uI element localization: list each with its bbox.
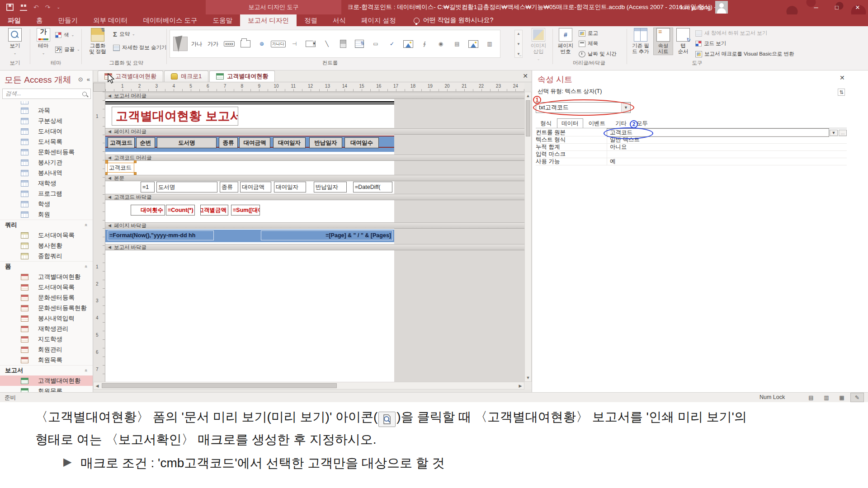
detail-field-대여금액[interactable]: 대여금액 [240, 182, 271, 192]
nav-group-header-보고서[interactable]: 보고서« [0, 365, 93, 375]
column-header-대여일자[interactable]: 대여일자 [273, 137, 306, 148]
column-header-순번[interactable]: 순번 [136, 137, 155, 148]
move-handle[interactable] [105, 160, 108, 164]
control-option-button-icon[interactable]: ◉ [434, 37, 448, 51]
control-combo-box-icon[interactable] [304, 37, 317, 51]
property-row-컨트롤 원본[interactable]: 컨트롤 원본고객코드▼… [536, 129, 847, 136]
scroll-thumb[interactable] [102, 383, 337, 388]
ribbon-tab-만들기[interactable]: 만들기 [51, 14, 86, 26]
scroll-up-icon[interactable]: ▲ [525, 92, 531, 99]
property-value[interactable]: 아니요 [607, 143, 847, 151]
nav-item-고객별대여현황[interactable]: 고객별대여현황 [0, 272, 93, 282]
column-header-종류[interactable]: 종류 [219, 137, 238, 148]
nav-item-회원목록[interactable]: 회원목록 [0, 386, 93, 392]
nav-item-도서대여목록[interactable]: 도서대여목록 [0, 282, 93, 292]
gallery-more-icon[interactable]: ▼̲ [517, 52, 520, 56]
control-page-break-icon[interactable]: ⊣ [288, 37, 301, 51]
control-line-icon[interactable]: ╲ [320, 37, 334, 51]
control-tab-control-icon[interactable] [239, 37, 252, 51]
horizontal-scrollbar[interactable]: ◀ ▶ [93, 382, 524, 389]
resize-handle[interactable] [134, 172, 137, 175]
control-image-icon[interactable] [401, 37, 415, 51]
control-option-group-icon[interactable]: 가나다 [271, 37, 285, 51]
nav-item-문화센터등록현황[interactable]: 문화센터등록현황 [0, 303, 93, 313]
detail-field-=DateDiff([interactable]: =DateDiff( [353, 182, 392, 192]
property-sheet-button[interactable]: 속성 시트 [654, 28, 673, 55]
resize-handle[interactable] [134, 160, 137, 163]
nav-item-재학생관리[interactable]: 재학생관리 [0, 324, 93, 334]
sort-properties-icon[interactable]: ⇅ [838, 89, 845, 96]
ribbon-tab-보고서 디자인[interactable]: 보고서 디자인 [240, 14, 297, 26]
document-tab-매크로1[interactable]: 매크로1 [164, 70, 208, 82]
nav-item-회원목록[interactable]: 회원목록 [0, 355, 93, 365]
insert-image-button[interactable]: 이미지 삽입 ⌄ [528, 28, 549, 62]
scroll-thumb[interactable] [526, 100, 530, 136]
nav-item-프로그램[interactable]: 프로그램 [0, 188, 93, 199]
group-footer-=Sum([대여[interactable]: =Sum([대여 [231, 205, 260, 216]
title-button[interactable]: 제목 [579, 40, 598, 47]
nav-item-도서대여[interactable]: 도서대여 [0, 126, 93, 136]
property-tab-형식[interactable]: 형식 [536, 118, 556, 128]
horizontal-ruler[interactable]: 123456789101112131415161718192021222324 [105, 83, 524, 92]
design-view-icon[interactable]: ✎ [851, 393, 863, 402]
minimize-button[interactable]: ─ [806, 0, 826, 14]
datetime-button[interactable]: 날짜 및 시간 [579, 51, 617, 57]
ribbon-tab-홈[interactable]: 홈 [28, 14, 51, 26]
report-view-icon[interactable]: ▤ [805, 393, 817, 402]
control-toggle-button-icon[interactable] [336, 37, 350, 51]
control-web-browser-icon[interactable]: ▥ [483, 37, 496, 51]
nav-item-봉사내역입력[interactable]: 봉사내역입력 [0, 313, 93, 324]
control-image-caption-icon[interactable] [467, 37, 480, 51]
page-footer-page-textbox[interactable]: =[Page] & " / " & [Pages] [261, 230, 393, 240]
group-footer-=Count(*)[interactable]: =Count(*) [166, 205, 195, 216]
nav-item-봉사내역[interactable]: 봉사내역 [0, 168, 93, 178]
ribbon-tab-서식[interactable]: 서식 [325, 14, 354, 26]
logo-button[interactable]: 로고 [579, 30, 598, 37]
section-bar-report-footer[interactable]: ◀보고서 바닥글 [105, 244, 524, 250]
layout-view-icon[interactable]: ▦ [835, 393, 848, 402]
control-label-icon[interactable]: 가가 [206, 37, 220, 51]
nav-item-회원관리[interactable]: 회원관리 [0, 344, 93, 355]
control-button-icon[interactable]: xxxx [222, 37, 236, 51]
nav-item-과목[interactable]: 과목 [0, 105, 93, 116]
add-existing-fields-button[interactable]: 기존 필 드 추가 [629, 28, 652, 55]
search-input[interactable]: 검색... [2, 89, 91, 99]
property-tab-기타[interactable]: 기타 [611, 118, 631, 128]
page-number-button[interactable]: # 페이지 번호 [555, 28, 576, 55]
group-header-section[interactable] [105, 161, 394, 175]
section-bar-group-footer[interactable]: ◀고객코드 바닥글 [105, 194, 524, 200]
property-row-입력 마스크[interactable]: 입력 마스크 [536, 151, 847, 158]
ribbon-tab-페이지 설정[interactable]: 페이지 설정 [354, 14, 404, 26]
nav-item-회원[interactable]: 회원 [0, 209, 93, 220]
group-sort-button[interactable]: 그룹화 및 정렬 [86, 28, 109, 55]
collapse-chevron-icon[interactable]: « [84, 265, 89, 268]
fonts-button[interactable]: 가 글꼴 ⌄ [55, 46, 80, 53]
colors-button[interactable]: 색 ⌄ [55, 32, 74, 38]
hierarchy-icon[interactable] [20, 4, 27, 11]
property-value[interactable]: 예 [607, 158, 847, 165]
nav-group-header-쿼리[interactable]: 쿼리« [0, 220, 93, 230]
nav-item-재학생[interactable]: 재학생 [0, 178, 93, 188]
section-bar-report-header[interactable]: ◀보고서 머리글 [105, 93, 524, 99]
property-row-사용 가능[interactable]: 사용 가능예 [536, 158, 847, 165]
column-header-대여일수[interactable]: 대여일수 [344, 137, 379, 148]
detail-field-=1[interactable]: =1 [141, 182, 155, 192]
report-footer-section[interactable] [105, 250, 394, 382]
nav-collapse-icon[interactable]: « [87, 76, 90, 83]
collapse-chevron-icon[interactable]: « [84, 224, 89, 226]
nav-item-지도학생[interactable]: 지도학생 [0, 334, 93, 344]
tab-order-button[interactable]: 탭 순서 [675, 28, 692, 55]
undo-icon[interactable]: ↶ [33, 4, 39, 11]
report-title-label[interactable]: 고객별대여현황 보고서 [112, 107, 238, 126]
detail-field-도서명[interactable]: 도서명 [156, 182, 217, 192]
resize-handle[interactable] [105, 172, 108, 175]
redo-icon[interactable]: ↷ [45, 4, 51, 11]
builder-icon[interactable]: … [839, 130, 847, 136]
page-footer-date-textbox[interactable]: =Format(Now(),"yyyy-mm-dd hh [108, 230, 214, 240]
save-icon[interactable] [6, 4, 14, 11]
close-button[interactable]: ✕ [847, 0, 868, 14]
ribbon-tab-파일[interactable]: 파일 [0, 14, 28, 26]
control-hyperlink-icon[interactable]: ⊕ [255, 37, 269, 51]
nav-group-header-폼[interactable]: 폼« [0, 261, 93, 272]
nav-item-문화센터등록[interactable]: 문화센터등록 [0, 292, 93, 303]
